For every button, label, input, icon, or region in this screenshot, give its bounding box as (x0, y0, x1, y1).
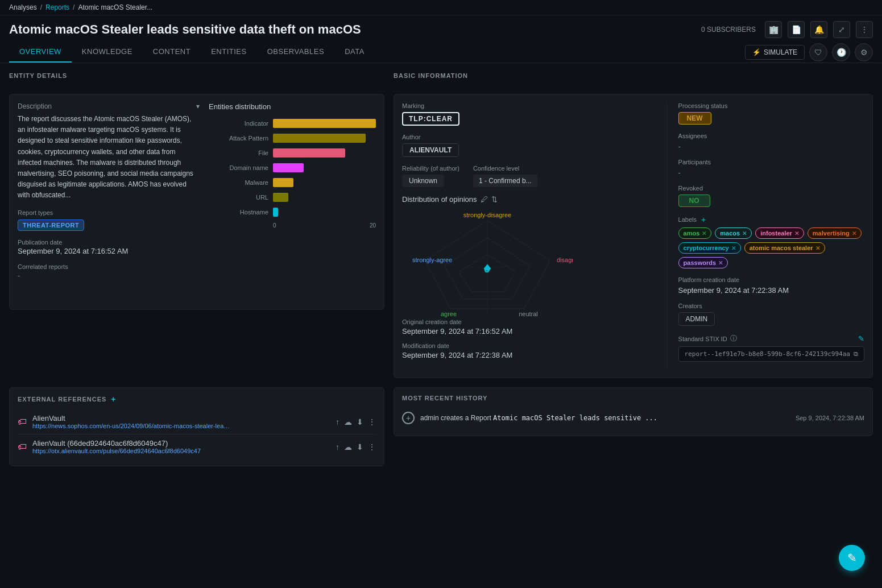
bell-icon-btn[interactable]: 🔔 (810, 21, 827, 38)
assignees-label: Assignees (678, 132, 864, 139)
correlated-reports-value: - (18, 271, 200, 280)
tag-icon: 🏷 (18, 442, 27, 452)
modification-label: Modification date (402, 342, 655, 349)
remove-label-icon[interactable]: ✕ (742, 230, 747, 237)
gear-round-btn[interactable]: ⚙ (855, 43, 873, 61)
ext-ref-cloud-down-btn[interactable]: ⬇ (357, 442, 363, 452)
chevron-down-icon[interactable]: ▾ (196, 102, 200, 110)
stix-id-label: Standard STIX ID (678, 336, 727, 342)
platform-creation-label: Platform creation date (678, 276, 864, 283)
tag-icon: 🏷 (18, 417, 27, 427)
modification-field: Modification date September 9, 2024 at 7… (402, 342, 655, 359)
remove-label-icon[interactable]: ✕ (815, 245, 820, 251)
tab-observables[interactable]: OBSERVABLES (257, 42, 334, 63)
file-icon-btn[interactable]: 📄 (788, 21, 805, 38)
add-external-ref-button[interactable]: + (111, 395, 116, 404)
remove-label-icon[interactable]: ✕ (794, 230, 799, 237)
ext-ref-upload-btn[interactable]: ↑ (336, 442, 339, 452)
copy-stix-icon[interactable]: ⧉ (854, 350, 858, 358)
distribution-edit-icon[interactable]: 🖊 (481, 195, 488, 204)
history-text: admin creates a Report Atomic macOS Stea… (420, 414, 790, 422)
bar-track (273, 134, 376, 143)
page-header: Atomic macOS Stealer leads sensitive dat… (0, 15, 882, 42)
more-icon-btn[interactable]: ⋮ (856, 21, 873, 38)
basic-info-right: Processing status NEW Assignees - Partic… (666, 102, 864, 370)
remove-label-icon[interactable]: ✕ (731, 245, 736, 251)
reliability-field: Reliability (of author) Unknown (402, 165, 459, 187)
remove-label-icon[interactable]: ✕ (718, 260, 723, 266)
bar-label: File (209, 150, 268, 156)
basic-info-section-label: BASIC INFORMATION (394, 72, 873, 79)
bar-row: Malware (209, 178, 376, 187)
tab-data[interactable]: DATA (334, 42, 375, 63)
proc-status-label: Processing status (678, 102, 864, 109)
ext-ref-more-btn[interactable]: ⋮ (368, 442, 376, 452)
history-item: + admin creates a Report Atomic macOS St… (402, 407, 864, 429)
svg-line-5 (487, 269, 524, 309)
bar-row: Hostname (209, 208, 376, 217)
revoked-field: Revoked NO (678, 185, 864, 207)
correlated-reports-label: Correlated reports (18, 263, 200, 270)
simulate-icon: ⚡ (752, 48, 761, 56)
clock-round-btn[interactable]: 🕐 (832, 43, 850, 61)
ext-ref-url[interactable]: https://otx.alienvault.com/pulse/66ded92… (32, 448, 231, 454)
author-label: Author (402, 134, 655, 140)
original-creation-value: September 9, 2024 at 7:16:52 AM (402, 327, 655, 336)
platform-creation-value: September 9, 2024 at 7:22:38 AM (678, 286, 864, 295)
ext-ref-upload-btn[interactable]: ↑ (336, 417, 339, 426)
distribution-label: Distribution of opinions (402, 195, 477, 204)
stix-id-value: report--1ef91e7b-b8e8-599b-8cf6-242139c9… (685, 350, 850, 358)
fab-edit-button[interactable]: ✎ (839, 545, 865, 571)
reliability-confidence-row: Reliability (of author) Unknown Confiden… (402, 165, 655, 195)
distribution-share-icon[interactable]: ⇅ (491, 195, 498, 204)
history-plus-icon: + (402, 412, 415, 424)
ext-ref-cloud-up-btn[interactable]: ☁ (344, 417, 352, 426)
bar-fill (273, 148, 345, 158)
history-card: MOST RECENT HISTORY + admin creates a Re… (394, 387, 873, 436)
simulate-button[interactable]: ⚡ SIMULATE (745, 45, 805, 60)
ext-ref-cloud-down-btn[interactable]: ⬇ (357, 417, 363, 426)
building-icon-btn[interactable]: 🏢 (765, 21, 782, 38)
label-tag: amos ✕ (678, 227, 712, 239)
external-references-card: EXTERNAL REFERENCES + 🏷 AlienVault https… (9, 387, 384, 466)
ext-ref-cloud-up-btn[interactable]: ☁ (344, 442, 352, 452)
bar-row: File (209, 148, 376, 158)
subscribers-badge: 0 SUBSCRIBERS (701, 26, 756, 34)
svg-line-6 (450, 269, 487, 309)
creators-label: Creators (678, 303, 864, 309)
svg-text:neutral: neutral (519, 310, 538, 317)
bar-fill (273, 163, 304, 172)
external-references-list: 🏷 AlienVault https://news.sophos.com/en-… (18, 409, 376, 459)
add-label-button[interactable]: + (701, 215, 706, 224)
breadcrumb-analyses[interactable]: Analyses (9, 3, 37, 11)
expand-icon-btn[interactable]: ⤢ (833, 21, 850, 38)
tab-overview[interactable]: OVERVIEW (9, 42, 72, 63)
remove-label-icon[interactable]: ✕ (702, 230, 706, 237)
edit-stix-icon[interactable]: ✎ (858, 334, 864, 343)
label-tag: malvertising ✕ (808, 227, 862, 239)
report-types-label: Report types (18, 209, 200, 216)
right-panel: BASIC INFORMATION Marking TLP:CLEAR Auth… (394, 72, 873, 378)
radar-svg: strongly-disagree disagree neutral agree… (402, 209, 573, 317)
tab-content[interactable]: CONTENT (143, 42, 201, 63)
remove-label-icon[interactable]: ✕ (852, 230, 856, 237)
author-badge: ALIENVAULT (402, 143, 459, 157)
reliability-label: Reliability (of author) (402, 165, 459, 172)
breadcrumb-reports[interactable]: Reports (45, 3, 69, 11)
external-references-header: EXTERNAL REFERENCES + (18, 395, 376, 404)
bar-axis: 0 20 (273, 222, 376, 229)
assignees-field: Assignees - (678, 132, 864, 151)
tab-knowledge[interactable]: KNOWLEDGE (72, 42, 143, 63)
proc-status-field: Processing status NEW (678, 102, 864, 125)
ext-ref-more-btn[interactable]: ⋮ (368, 417, 376, 426)
info-icon[interactable]: ⓘ (730, 334, 737, 343)
assignees-value: - (678, 142, 681, 151)
creators-field: Creators ADMIN (678, 303, 864, 326)
ext-ref-url[interactable]: https://news.sophos.com/en-us/2024/09/06… (32, 423, 231, 429)
shield-round-btn[interactable]: 🛡 (809, 43, 827, 61)
bar-fill (273, 208, 278, 217)
breadcrumb: Analyses / Reports / Atomic macOS Steale… (0, 0, 882, 15)
main-content: ENTITY DETAILS Description ▾ The report … (0, 63, 882, 387)
tab-entities[interactable]: ENTITIES (201, 42, 257, 63)
radar-chart: strongly-disagree disagree neutral agree… (402, 209, 573, 312)
